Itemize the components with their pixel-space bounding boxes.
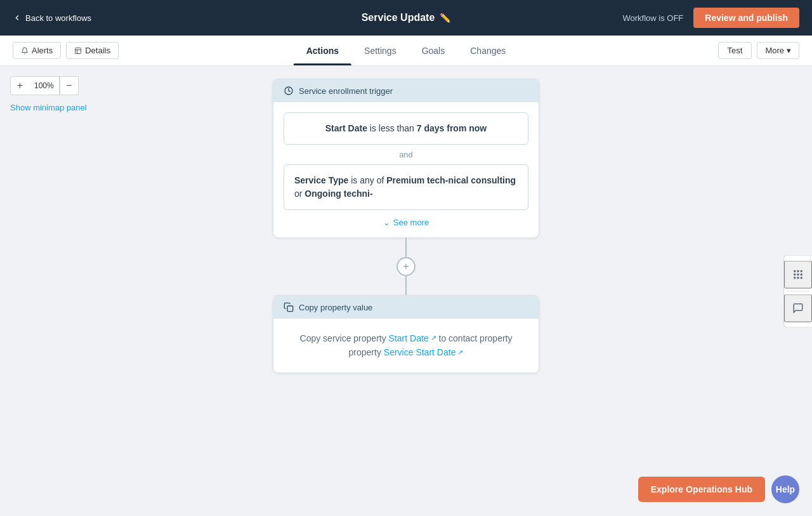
- copy-node-header: Copy property value: [273, 296, 539, 319]
- canvas-controls: + 100% − Show minimap panel: [10, 76, 87, 112]
- workflow-title: Service Update: [362, 12, 435, 23]
- alerts-button[interactable]: Alerts: [13, 42, 61, 59]
- top-nav-right: Workflow is OFF Review and publish: [622, 8, 799, 28]
- tab-changes[interactable]: Changes: [457, 36, 518, 65]
- svg-rect-9: [797, 274, 799, 275]
- workflow-area: Service enrollment trigger Start Date is…: [266, 79, 546, 373]
- test-button[interactable]: Test: [718, 42, 752, 59]
- condition1-value: 7 days from now: [417, 123, 487, 133]
- svg-rect-0: [75, 48, 81, 53]
- nav-left-buttons: Alerts Details: [13, 42, 119, 59]
- help-button[interactable]: Help: [771, 475, 799, 503]
- details-label: Details: [85, 46, 110, 55]
- external-link-icon: ↗: [431, 333, 436, 344]
- copy-node-body: Copy service property Start Date ↗ to co…: [273, 319, 539, 373]
- chevron-down-icon: ⌄: [383, 218, 390, 227]
- edit-title-icon[interactable]: ✏️: [440, 13, 450, 23]
- copy-property-node[interactable]: Copy property value Copy service propert…: [273, 295, 539, 373]
- copy-body-mid: to contact property: [439, 333, 513, 343]
- condition1-operator: is less than: [370, 123, 417, 133]
- condition-box-2[interactable]: Service Type is any of Premium tech-nica…: [284, 164, 528, 210]
- trigger-node-body: Start Date is less than 7 days from now …: [273, 102, 539, 237]
- svg-rect-6: [797, 270, 799, 272]
- chevron-down-icon: ▾: [787, 46, 791, 55]
- svg-rect-10: [801, 274, 802, 275]
- nav-right-buttons: Test More ▾: [718, 42, 799, 59]
- connector-line-bottom: [405, 276, 407, 295]
- service-start-date-link[interactable]: Service Start Date ↗: [384, 345, 464, 359]
- copy-node-title: Copy property value: [299, 303, 372, 312]
- condition-box-1[interactable]: Start Date is less than 7 days from now: [284, 112, 528, 145]
- svg-rect-12: [797, 277, 799, 279]
- zoom-level: 100%: [29, 76, 60, 95]
- workflow-title-group: Service Update ✏️: [362, 12, 451, 23]
- svg-rect-7: [801, 270, 802, 272]
- more-button[interactable]: More ▾: [757, 42, 799, 59]
- start-date-link[interactable]: Start Date ↗: [389, 331, 436, 345]
- svg-rect-11: [794, 277, 796, 279]
- node-connector: +: [396, 238, 416, 295]
- zoom-out-button[interactable]: −: [60, 76, 79, 95]
- workflow-canvas: + 100% − Show minimap panel Service enro…: [0, 66, 812, 516]
- svg-rect-4: [287, 306, 293, 312]
- details-button[interactable]: Details: [66, 42, 119, 59]
- condition2-value: Premium tech-nical consulting: [386, 175, 516, 185]
- and-separator: and: [284, 145, 528, 164]
- bottom-right-buttons: Explore Operations Hub Help: [638, 475, 799, 503]
- trigger-node-header: Service enrollment trigger: [273, 79, 539, 102]
- see-more-label: See more: [393, 218, 429, 227]
- connector-line-top: [405, 238, 407, 257]
- show-minimap-link[interactable]: Show minimap panel: [10, 103, 87, 112]
- secondary-navigation: Alerts Details Actions Settings Goals Ch…: [0, 36, 812, 66]
- condition1-field: Start Date: [325, 123, 367, 133]
- condition2-operator: is any of: [351, 175, 386, 185]
- back-label: Back to workflows: [25, 13, 91, 23]
- tab-list: Actions Settings Goals Changes: [294, 36, 519, 65]
- trigger-node-title: Service enrollment trigger: [299, 86, 393, 96]
- explore-operations-hub-button[interactable]: Explore Operations Hub: [638, 477, 765, 502]
- top-navigation: Back to workflows Service Update ✏️ Work…: [0, 0, 812, 36]
- review-and-publish-button[interactable]: Review and publish: [693, 8, 799, 28]
- copy-body-prefix: Copy service property: [300, 333, 386, 343]
- see-more-button[interactable]: ⌄ See more: [284, 218, 528, 227]
- back-to-workflows-link[interactable]: Back to workflows: [13, 13, 91, 23]
- svg-rect-13: [801, 277, 802, 279]
- sidebar-divider: [787, 291, 809, 291]
- zoom-in-button[interactable]: +: [10, 76, 29, 95]
- comment-button[interactable]: [784, 294, 812, 322]
- grid-view-button[interactable]: [784, 260, 812, 288]
- more-label: More: [765, 46, 784, 55]
- workflow-status: Workflow is OFF: [622, 13, 683, 23]
- svg-rect-5: [794, 270, 796, 272]
- tab-actions[interactable]: Actions: [294, 36, 351, 65]
- svg-rect-8: [794, 274, 796, 275]
- zoom-controls: + 100% −: [10, 76, 87, 95]
- tab-settings[interactable]: Settings: [351, 36, 409, 65]
- add-step-button[interactable]: +: [396, 257, 416, 276]
- tab-goals[interactable]: Goals: [409, 36, 458, 65]
- alerts-label: Alerts: [32, 46, 53, 55]
- external-link-icon-2: ↗: [457, 347, 463, 359]
- right-sidebar: [783, 255, 812, 327]
- condition2-field: Service Type: [294, 175, 348, 185]
- trigger-node[interactable]: Service enrollment trigger Start Date is…: [273, 79, 539, 238]
